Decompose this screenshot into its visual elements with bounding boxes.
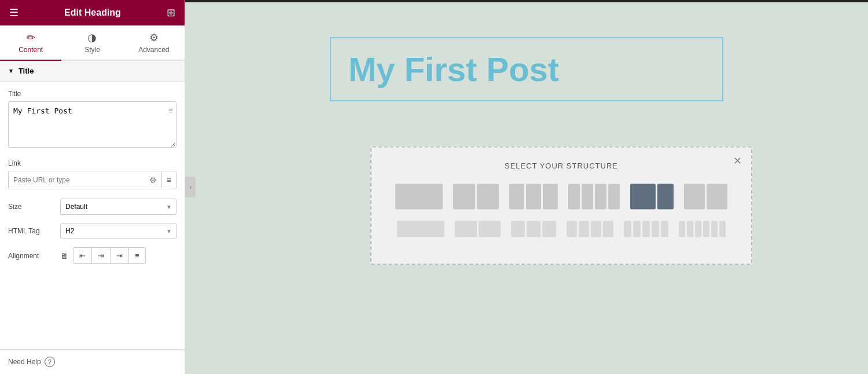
main-area: My First Post ✕ SELECT YOUR STRUCTURE: [185, 0, 868, 374]
align-right-button[interactable]: ⇥: [111, 248, 129, 263]
close-modal-button[interactable]: ✕: [733, 155, 742, 167]
title-field-label: Title: [8, 90, 176, 98]
panel-title: Edit Heading: [64, 8, 121, 18]
size-select[interactable]: Default Small Medium Large XL XXL: [60, 199, 176, 215]
title-section-header[interactable]: ▼ Title: [0, 61, 185, 82]
alignment-group: ⇤ ⇥ ⇥ ≡: [73, 247, 146, 264]
structure-modal: ✕ SELECT YOUR STRUCTURE: [370, 146, 752, 265]
structure-modal-title: SELECT YOUR STRUCTURE: [389, 162, 734, 170]
structure-option-two-equal[interactable]: [682, 182, 730, 212]
structure-option-2col[interactable]: [451, 182, 501, 212]
heading-text: My First Post: [348, 50, 705, 89]
tab-style-label: Style: [84, 46, 100, 54]
panel-header: ☰ Edit Heading ⊞: [0, 0, 185, 25]
grid-icon[interactable]: ⊞: [167, 6, 175, 19]
structure-option-wide-narrow[interactable]: [628, 182, 676, 212]
title-textarea[interactable]: [8, 101, 176, 148]
top-bar: [185, 0, 868, 2]
structure-row-2: [389, 219, 734, 240]
advanced-icon: ⚙: [149, 31, 159, 44]
structure-option-4col[interactable]: [566, 182, 622, 212]
html-tag-select-wrapper: H1 H2 H3 H4 H5 H6 div span p ▼: [60, 223, 176, 239]
html-tag-field-row: HTML Tag H1 H2 H3 H4 H5 H6 div span p ▼: [8, 223, 176, 239]
align-left-button[interactable]: ⇤: [73, 248, 92, 263]
size-select-wrapper: Default Small Medium Large XL XXL ▼: [60, 199, 176, 215]
help-icon[interactable]: ?: [45, 357, 55, 367]
structure-option2-4col[interactable]: [564, 219, 616, 240]
style-icon: ◑: [87, 31, 97, 44]
structure-option-3col[interactable]: [507, 182, 560, 212]
hamburger-icon[interactable]: ☰: [9, 6, 19, 19]
alignment-label: Alignment: [8, 252, 60, 260]
structure-option2-5col[interactable]: [621, 219, 671, 240]
html-tag-label: HTML Tag: [8, 227, 60, 235]
need-help-label: Need Help: [8, 358, 41, 366]
title-section-body: Title ≡ Link ⚙ ≡ Size Default Small M: [0, 82, 185, 280]
panel-footer: Need Help ?: [0, 349, 185, 374]
structure-row-1: [389, 182, 734, 212]
panel-content: ▼ Title Title ≡ Link ⚙ ≡ Size: [0, 61, 185, 349]
alignment-field-row: Alignment 🖥 ⇤ ⇥ ⇥ ≡: [8, 247, 176, 264]
title-textarea-wrapper: ≡: [8, 101, 176, 150]
link-input[interactable]: [9, 171, 145, 189]
structure-option2-6col[interactable]: [676, 219, 728, 240]
link-list-icon[interactable]: ≡: [161, 172, 176, 188]
left-panel: ☰ Edit Heading ⊞ ✏ Content ◑ Style ⚙ Adv…: [0, 0, 185, 374]
tab-advanced-label: Advanced: [138, 46, 169, 54]
tab-advanced[interactable]: ⚙ Advanced: [123, 25, 185, 61]
monitor-icon: 🖥: [60, 251, 68, 261]
html-tag-select[interactable]: H1 H2 H3 H4 H5 H6 div span p: [60, 223, 176, 239]
align-center-button[interactable]: ⇥: [92, 248, 111, 263]
edit-icon: ✏: [27, 31, 35, 44]
tab-content-label: Content: [19, 46, 43, 54]
list-icon[interactable]: ≡: [168, 106, 173, 115]
link-settings-icon[interactable]: ⚙: [145, 172, 161, 188]
chevron-down-icon: ▼: [8, 68, 14, 74]
panel-tabs: ✏ Content ◑ Style ⚙ Advanced: [0, 25, 185, 61]
tab-style[interactable]: ◑ Style: [61, 25, 123, 61]
link-field-label: Link: [8, 159, 176, 167]
align-justify-button[interactable]: ≡: [129, 248, 145, 263]
title-section-label: Title: [19, 67, 34, 75]
size-field-row: Size Default Small Medium Large XL XXL ▼: [8, 199, 176, 215]
structure-option2-1col[interactable]: [395, 219, 447, 240]
structure-option2-2col[interactable]: [453, 219, 503, 240]
structure-option-1col[interactable]: [393, 182, 445, 212]
structure-option2-3col[interactable]: [509, 219, 558, 240]
tab-content[interactable]: ✏ Content: [0, 25, 61, 61]
size-label: Size: [8, 203, 60, 211]
collapse-panel-button[interactable]: ‹: [185, 177, 196, 197]
link-field-wrapper: ⚙ ≡: [8, 171, 176, 189]
heading-display[interactable]: My First Post: [330, 37, 723, 101]
